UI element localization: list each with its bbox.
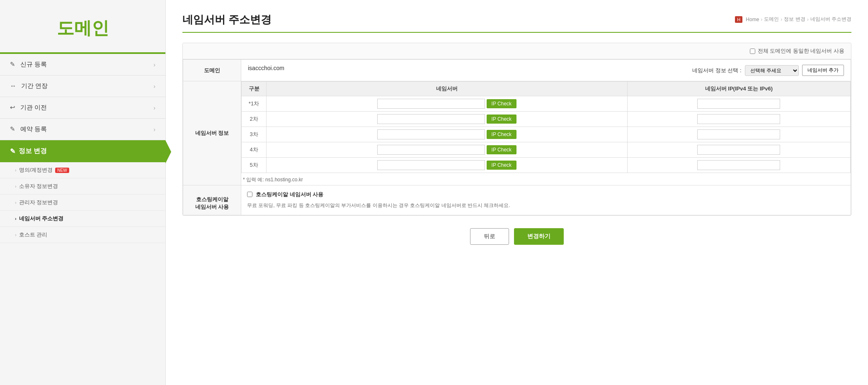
ns-col-header-division: 구분 <box>242 82 267 96</box>
ns-input-3[interactable] <box>377 129 485 139</box>
sidebar-sub-item-host-manage[interactable]: › 호스트 관리 <box>0 227 165 243</box>
sidebar-sub-label: 호스트 관리 <box>19 231 48 239</box>
hosting-checkbox[interactable] <box>247 192 252 197</box>
ns-inner-table: 구분 네임서버 네임서버 IP(IPv4 또는 IPv6) *1차IP Chec… <box>241 81 851 173</box>
form-buttons: 뒤로 변경하기 <box>182 228 851 245</box>
ns-row-cell-2: IP Check <box>267 112 628 127</box>
ns-hint: * 입력 예: ns1.hosting.co.kr <box>241 173 851 185</box>
home-icon: H <box>735 16 742 23</box>
ns-table-row: 4차IP Check <box>242 142 851 158</box>
back-button[interactable]: 뒤로 <box>470 228 509 245</box>
edit-icon: ✎ <box>10 61 15 68</box>
ns-ip-input-4[interactable] <box>697 145 780 155</box>
sidebar-item-label: 신규 등록 <box>20 61 47 68</box>
page-title: 네임서버 주소변경 <box>182 12 272 27</box>
ns-ip-input-3[interactable] <box>697 129 780 139</box>
ns-row-label-4: 4차 <box>242 142 267 158</box>
ns-info-label: 네임서버 정보 <box>183 81 241 185</box>
edit-icon: ✎ <box>10 147 15 155</box>
breadcrumb-sep: › <box>807 17 809 22</box>
ip-check-button-3[interactable]: IP Check <box>487 130 516 139</box>
ns-row-label-3: 3차 <box>242 127 267 142</box>
all-domain-checkbox-label[interactable]: 전체 도메인에 동일한 네임서버 사용 <box>750 47 844 55</box>
sidebar-title: 도메인 <box>0 0 165 52</box>
ns-row-label-2: 2차 <box>242 112 267 127</box>
sidebar-item-reservation[interactable]: ✎ 예약 등록 › <box>0 119 165 140</box>
sidebar-sub-item-ns-change[interactable]: › 네임서버 주소변경 <box>0 211 165 227</box>
ns-table-row: 2차IP Check <box>242 112 851 127</box>
hosting-desc: 무료 포워딩, 무료 파킹 등 호스팅케이알의 부가서비스를 이용하시는 경우 … <box>247 202 845 210</box>
breadcrumb-home: Home <box>746 17 759 22</box>
sidebar-item-new-register[interactable]: ✎ 신규 등록 › <box>0 54 165 76</box>
sidebar-item-transfer[interactable]: ↩ 기관 이전 › <box>0 97 165 119</box>
main-content: 네임서버 주소변경 H Home › 도메인 › 정보 변경 › 네임서버 주소… <box>166 0 868 385</box>
ns-table-row: 5차IP Check <box>242 158 851 173</box>
hosting-content: 호스팅케이알 네임서버 사용 무료 포워딩, 무료 파킹 등 호스팅케이알의 부… <box>241 185 851 215</box>
hosting-row: 호스팅케이알 네임서버 사용 호스팅케이알 네임서버 사용 무료 포워딩, 무료… <box>183 185 851 215</box>
sidebar-item-extend[interactable]: ↔ 기간 연장 › <box>0 76 165 97</box>
ip-check-button-2[interactable]: IP Check <box>487 115 516 124</box>
sidebar-sub-item-owner-change[interactable]: › 소유자 정보변경 <box>0 178 165 195</box>
ns-input-2[interactable] <box>377 114 485 124</box>
sidebar-sub-label: 명의/계정변경 <box>19 166 53 174</box>
ns-table-row: 3차IP Check <box>242 127 851 142</box>
all-domain-label: 전체 도메인에 동일한 네임서버 사용 <box>758 47 844 55</box>
chevron-right-icon: › <box>153 105 155 111</box>
ns-ip-cell-2 <box>627 112 850 127</box>
ns-select[interactable]: 선택해 주세요 <box>745 65 799 76</box>
ns-ip-input-5[interactable] <box>697 160 780 170</box>
ns-col-header-ip: 네임서버 IP(IPv4 또는 IPv6) <box>627 82 850 96</box>
sidebar-sub-item-admin-change[interactable]: › 관리자 정보변경 <box>0 195 165 211</box>
ns-ip-cell-1 <box>627 96 850 112</box>
ip-check-button-5[interactable]: IP Check <box>487 161 516 170</box>
breadcrumb: H Home › 도메인 › 정보 변경 › 네임서버 주소변경 <box>735 16 851 23</box>
ns-row-label-5: 5차 <box>242 158 267 173</box>
ns-col-header-ns: 네임서버 <box>267 82 628 96</box>
submit-button[interactable]: 변경하기 <box>514 228 564 245</box>
ns-table-row: *1차IP Check <box>242 96 851 112</box>
ns-row-label-1: *1차 <box>242 96 267 112</box>
ns-row-cell-3: IP Check <box>267 127 628 142</box>
breadcrumb-sep: › <box>781 17 782 22</box>
ns-row-cell-1: IP Check <box>267 96 628 112</box>
domain-label: 도메인 <box>183 60 241 81</box>
sidebar-item-label: 기간 연장 <box>21 82 48 89</box>
sidebar-sub-item-name-change[interactable]: › 명의/계정변경 NEW <box>0 162 165 178</box>
hosting-label: 호스팅케이알 네임서버 사용 <box>183 185 241 215</box>
breadcrumb-item-1: 도메인 <box>764 16 779 23</box>
add-ns-button[interactable]: 네임서버 추가 <box>802 65 844 76</box>
ns-ip-input-1[interactable] <box>697 99 780 109</box>
ns-ip-cell-4 <box>627 142 850 158</box>
sidebar-sub-label: 네임서버 주소변경 <box>19 215 64 222</box>
ip-check-button-1[interactable]: IP Check <box>487 99 516 108</box>
ns-row-cell-4: IP Check <box>267 142 628 158</box>
sidebar-item-info-change[interactable]: ✎ 정보 변경 <box>0 140 165 162</box>
all-domain-checkbox[interactable] <box>750 49 755 54</box>
ns-select-area: 네임서버 정보 선택 : 선택해 주세요 네임서버 추가 <box>692 65 844 76</box>
ns-row-cell-5: IP Check <box>267 158 628 173</box>
arrow-icon: ↔ <box>10 82 16 89</box>
chevron-right-icon: › <box>15 184 17 189</box>
hosting-checkbox-text: 호스팅케이알 네임서버 사용 <box>256 191 323 198</box>
form-container: 전체 도메인에 동일한 네임서버 사용 도메인 isaccchoi.com 네임… <box>182 43 851 216</box>
hosting-checkbox-label[interactable]: 호스팅케이알 네임서버 사용 <box>247 191 845 198</box>
chevron-right-icon: › <box>15 216 17 221</box>
chevron-right-icon: › <box>15 232 17 237</box>
sidebar: 도메인 ✎ 신규 등록 › ↔ 기간 연장 › ↩ 기관 이전 › ✎ 예약 등… <box>0 0 166 385</box>
ns-input-4[interactable] <box>377 145 485 155</box>
chevron-right-icon: › <box>15 168 17 173</box>
domain-cell: isaccchoi.com 네임서버 정보 선택 : 선택해 주세요 네임서버 … <box>241 60 851 81</box>
page-header: 네임서버 주소변경 H Home › 도메인 › 정보 변경 › 네임서버 주소… <box>182 12 851 33</box>
ns-input-5[interactable] <box>377 160 485 170</box>
chevron-right-icon: › <box>153 61 155 68</box>
new-badge: NEW <box>55 168 69 173</box>
sidebar-sub-label: 관리자 정보변경 <box>19 199 58 206</box>
ns-ip-input-2[interactable] <box>697 114 780 124</box>
chevron-right-icon: › <box>153 83 155 90</box>
sidebar-item-label: 기관 이전 <box>20 104 47 111</box>
ns-input-1[interactable] <box>377 99 485 109</box>
breadcrumb-item-3: 네임서버 주소변경 <box>810 16 851 23</box>
breadcrumb-sep: › <box>761 17 762 22</box>
ip-check-button-4[interactable]: IP Check <box>487 145 516 154</box>
ns-info-cell: 구분 네임서버 네임서버 IP(IPv4 또는 IPv6) *1차IP Chec… <box>241 81 851 185</box>
